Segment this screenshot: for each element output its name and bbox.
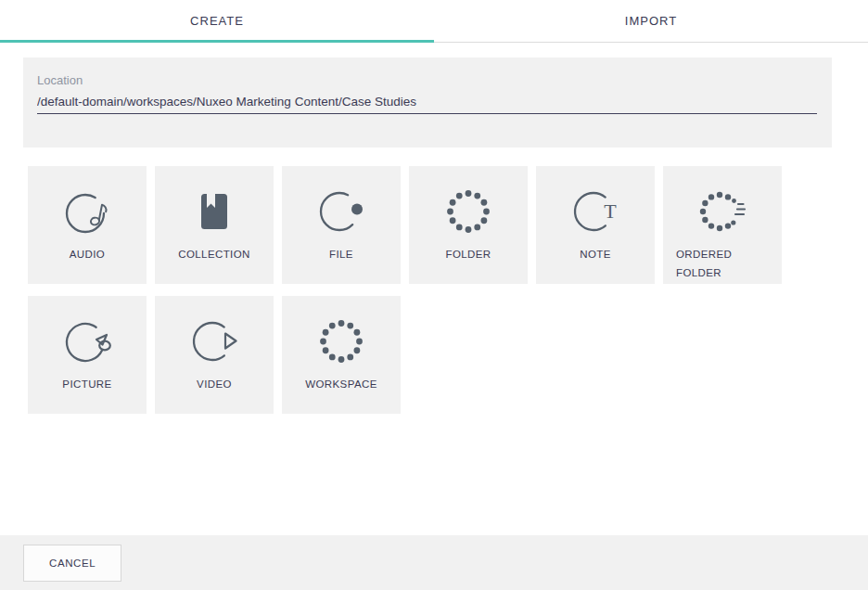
ordered-dotted-circle-icon [696,186,748,237]
file-dot-circle-icon [315,186,367,237]
tile-label: VIDEO [197,375,232,393]
tile-audio[interactable]: AUDIO [28,166,147,284]
create-tab-panel: Location /default-domain/workspaces/Nuxe… [0,43,868,535]
tile-video[interactable]: VIDEO [155,296,274,414]
tile-picture[interactable]: PICTURE [28,296,147,414]
tile-label: NOTE [580,245,611,263]
collection-book-icon [188,186,240,237]
dialog-footer: CANCEL [0,535,868,590]
tile-file[interactable]: FILE [282,166,401,284]
audio-note-circle-icon [61,186,113,237]
note-t-circle-icon [569,186,621,237]
tab-import[interactable]: IMPORT [434,0,868,42]
tile-label: PICTURE [62,375,111,393]
location-input[interactable]: /default-domain/workspaces/Nuxeo Marketi… [37,95,817,114]
dialog-tabbar: CREATE IMPORT [0,0,868,43]
tab-create-label: CREATE [190,14,244,28]
tile-label: WORKSPACE [305,375,377,393]
dotted-circle-icon [315,315,367,367]
video-play-circle-icon [188,315,240,367]
tile-ordered-folder[interactable]: ORDERED FOLDER [663,166,782,284]
dotted-circle-icon [442,186,494,237]
tile-label: ORDERED FOLDER [676,245,769,282]
tile-label: AUDIO [70,245,105,263]
picture-camera-circle-icon [61,315,113,367]
tile-label: COLLECTION [178,245,250,263]
tile-collection[interactable]: COLLECTION [155,166,274,284]
location-label: Location [37,74,817,87]
tile-label: FILE [329,245,353,263]
tab-import-label: IMPORT [625,14,677,28]
tile-label: FOLDER [445,245,491,263]
tile-note[interactable]: NOTE [536,166,655,284]
tile-folder[interactable]: FOLDER [409,166,528,284]
tile-workspace[interactable]: WORKSPACE [282,296,401,414]
location-panel: Location /default-domain/workspaces/Nuxe… [23,58,832,148]
tab-create[interactable]: CREATE [0,0,434,42]
cancel-button[interactable]: CANCEL [23,545,121,582]
doc-type-grid: AUDIO COLLECTION FILE FOLDER NOTE ORDERE… [28,166,812,414]
